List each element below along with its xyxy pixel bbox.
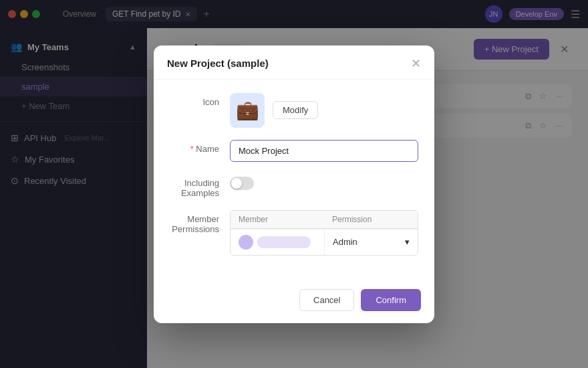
icon-label: Icon <box>170 93 230 107</box>
modal-overlay: New Project (sample) ✕ Icon 💼 Modify Nam… <box>0 0 588 368</box>
member-permissions-value: Member Permission Admin ▾ <box>230 210 418 256</box>
member-col-header: Member <box>231 211 324 228</box>
member-permissions-label: Member Permissions <box>170 210 230 234</box>
member-permissions-form-row: Member Permissions Member Permission <box>170 210 418 256</box>
modal-close-button[interactable]: ✕ <box>411 58 421 70</box>
project-icon-box[interactable]: 💼 <box>230 93 265 128</box>
permission-value: Admin <box>333 237 357 247</box>
permission-cell[interactable]: Admin ▾ <box>324 229 418 255</box>
icon-form-row: Icon 💼 Modify <box>170 93 418 128</box>
member-cell <box>231 229 324 255</box>
including-examples-value <box>230 174 418 190</box>
modal-header: New Project (sample) ✕ <box>154 45 434 80</box>
permissions-row: Admin ▾ <box>231 229 418 255</box>
modify-icon-button[interactable]: Modify <box>273 101 318 119</box>
toggle-thumb <box>231 178 242 189</box>
modal-title: New Project (sample) <box>167 58 269 69</box>
including-examples-label: Including Examples <box>170 174 230 198</box>
member-name-placeholder <box>257 236 311 248</box>
confirm-button[interactable]: Confirm <box>361 289 421 311</box>
name-form-row: Name <box>170 140 418 162</box>
permissions-table: Member Permission Admin ▾ <box>230 210 418 256</box>
including-examples-form-row: Including Examples <box>170 174 418 198</box>
name-label: Name <box>170 140 230 154</box>
project-icon-emoji: 💼 <box>236 99 259 121</box>
name-value <box>230 140 418 162</box>
permission-col-header: Permission <box>324 211 418 228</box>
modal-footer: Cancel Confirm <box>154 281 434 323</box>
including-examples-toggle[interactable] <box>230 177 254 190</box>
new-project-modal: New Project (sample) ✕ Icon 💼 Modify Nam… <box>154 45 434 323</box>
chevron-down-icon: ▾ <box>405 237 410 247</box>
cancel-button[interactable]: Cancel <box>299 289 354 311</box>
project-name-input[interactable] <box>230 140 418 162</box>
member-avatar <box>239 235 253 250</box>
modal-body: Icon 💼 Modify Name Including Examples <box>154 80 434 281</box>
icon-value: 💼 Modify <box>230 93 418 128</box>
permission-select[interactable]: Admin ▾ <box>333 237 410 247</box>
permissions-header: Member Permission <box>231 211 418 229</box>
